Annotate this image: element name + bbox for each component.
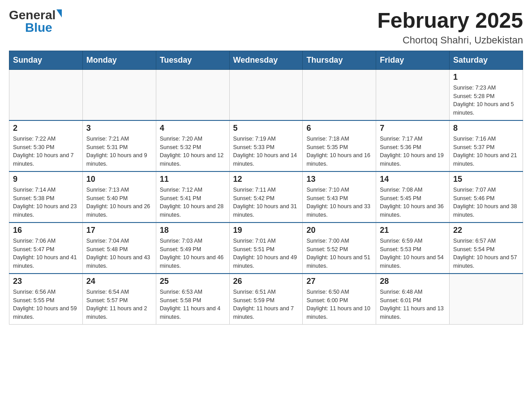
day-sun-info: Sunrise: 6:51 AMSunset: 5:59 PMDaylight:… (233, 288, 299, 321)
day-sun-info: Sunrise: 6:57 AMSunset: 5:54 PMDaylight:… (453, 237, 519, 270)
day-sun-info: Sunrise: 6:54 AMSunset: 5:57 PMDaylight:… (86, 288, 152, 321)
day-number: 17 (86, 226, 152, 235)
calendar-day-cell: 16Sunrise: 7:06 AMSunset: 5:47 PMDayligh… (9, 223, 83, 274)
month-year-title: February 2025 (377, 9, 523, 33)
calendar-day-cell (229, 69, 303, 120)
calendar-week-row: 2Sunrise: 7:22 AMSunset: 5:30 PMDaylight… (9, 120, 523, 171)
day-number: 27 (306, 277, 372, 286)
day-sun-info: Sunrise: 7:20 AMSunset: 5:32 PMDaylight:… (160, 135, 226, 168)
day-number: 8 (453, 124, 519, 133)
day-number: 18 (160, 226, 226, 235)
day-sun-info: Sunrise: 7:14 AMSunset: 5:38 PMDaylight:… (13, 186, 79, 219)
logo-general-text: General (9, 9, 56, 21)
day-sun-info: Sunrise: 7:06 AMSunset: 5:47 PMDaylight:… (13, 237, 79, 270)
calendar-day-cell: 18Sunrise: 7:03 AMSunset: 5:49 PMDayligh… (156, 223, 229, 274)
day-sun-info: Sunrise: 7:19 AMSunset: 5:33 PMDaylight:… (233, 135, 299, 168)
day-sun-info: Sunrise: 7:08 AMSunset: 5:45 PMDaylight:… (380, 186, 446, 219)
day-number: 23 (13, 277, 79, 286)
day-sun-info: Sunrise: 6:59 AMSunset: 5:53 PMDaylight:… (380, 237, 446, 270)
calendar-table: SundayMondayTuesdayWednesdayThursdayFrid… (9, 51, 523, 325)
calendar-week-row: 16Sunrise: 7:06 AMSunset: 5:47 PMDayligh… (9, 223, 523, 274)
day-number: 5 (233, 124, 299, 133)
day-sun-info: Sunrise: 7:17 AMSunset: 5:36 PMDaylight:… (380, 135, 446, 168)
day-number: 24 (86, 277, 152, 286)
calendar-day-cell: 25Sunrise: 6:53 AMSunset: 5:58 PMDayligh… (156, 274, 229, 325)
calendar-day-cell: 24Sunrise: 6:54 AMSunset: 5:57 PMDayligh… (82, 274, 156, 325)
calendar-day-cell (450, 274, 523, 325)
title-block: February 2025 Chortoq Shahri, Uzbekistan (377, 9, 523, 46)
day-number: 12 (233, 175, 299, 184)
weekday-header-friday: Friday (376, 51, 450, 69)
calendar-day-cell (303, 69, 376, 120)
calendar-day-cell (376, 69, 450, 120)
day-number: 20 (306, 226, 372, 235)
weekday-header-monday: Monday (82, 51, 156, 69)
calendar-day-cell: 15Sunrise: 7:07 AMSunset: 5:46 PMDayligh… (450, 171, 523, 223)
weekday-header-saturday: Saturday (450, 51, 523, 69)
day-number: 7 (380, 124, 446, 133)
day-number: 6 (306, 124, 372, 133)
day-number: 9 (13, 175, 79, 184)
calendar-day-cell: 1Sunrise: 7:23 AMSunset: 5:28 PMDaylight… (450, 69, 523, 120)
logo-triangle-icon (56, 9, 62, 17)
day-sun-info: Sunrise: 7:18 AMSunset: 5:35 PMDaylight:… (306, 135, 372, 168)
day-sun-info: Sunrise: 7:07 AMSunset: 5:46 PMDaylight:… (453, 186, 519, 219)
day-sun-info: Sunrise: 6:48 AMSunset: 6:01 PMDaylight:… (380, 288, 446, 321)
calendar-week-row: 9Sunrise: 7:14 AMSunset: 5:38 PMDaylight… (9, 171, 523, 223)
calendar-day-cell: 2Sunrise: 7:22 AMSunset: 5:30 PMDaylight… (9, 120, 83, 171)
calendar-day-cell (82, 69, 156, 120)
calendar-day-cell: 14Sunrise: 7:08 AMSunset: 5:45 PMDayligh… (376, 171, 450, 223)
day-sun-info: Sunrise: 7:11 AMSunset: 5:42 PMDaylight:… (233, 186, 299, 219)
day-number: 14 (380, 175, 446, 184)
calendar-day-cell: 7Sunrise: 7:17 AMSunset: 5:36 PMDaylight… (376, 120, 450, 171)
day-number: 2 (13, 124, 79, 133)
calendar-week-row: 23Sunrise: 6:56 AMSunset: 5:55 PMDayligh… (9, 274, 523, 325)
calendar-day-cell: 23Sunrise: 6:56 AMSunset: 5:55 PMDayligh… (9, 274, 83, 325)
location-subtitle: Chortoq Shahri, Uzbekistan (377, 34, 523, 46)
calendar-day-cell: 9Sunrise: 7:14 AMSunset: 5:38 PMDaylight… (9, 171, 83, 223)
day-sun-info: Sunrise: 7:22 AMSunset: 5:30 PMDaylight:… (13, 135, 79, 168)
day-number: 22 (453, 226, 519, 235)
day-number: 15 (453, 175, 519, 184)
logo-blue-text: Blue (25, 21, 52, 34)
day-sun-info: Sunrise: 7:12 AMSunset: 5:41 PMDaylight:… (160, 186, 226, 219)
calendar-day-cell: 27Sunrise: 6:50 AMSunset: 6:00 PMDayligh… (303, 274, 376, 325)
calendar-day-cell: 28Sunrise: 6:48 AMSunset: 6:01 PMDayligh… (376, 274, 450, 325)
day-sun-info: Sunrise: 7:10 AMSunset: 5:43 PMDaylight:… (306, 186, 372, 219)
day-number: 19 (233, 226, 299, 235)
day-number: 11 (160, 175, 226, 184)
day-sun-info: Sunrise: 6:50 AMSunset: 6:00 PMDaylight:… (306, 288, 372, 321)
day-sun-info: Sunrise: 7:21 AMSunset: 5:31 PMDaylight:… (86, 135, 152, 168)
day-sun-info: Sunrise: 6:56 AMSunset: 5:55 PMDaylight:… (13, 288, 79, 321)
weekday-header-thursday: Thursday (303, 51, 376, 69)
calendar-day-cell: 17Sunrise: 7:04 AMSunset: 5:48 PMDayligh… (82, 223, 156, 274)
calendar-day-cell (156, 69, 229, 120)
day-sun-info: Sunrise: 7:04 AMSunset: 5:48 PMDaylight:… (86, 237, 152, 270)
calendar-day-cell: 20Sunrise: 7:00 AMSunset: 5:52 PMDayligh… (303, 223, 376, 274)
calendar-day-cell: 13Sunrise: 7:10 AMSunset: 5:43 PMDayligh… (303, 171, 376, 223)
day-number: 21 (380, 226, 446, 235)
calendar-day-cell: 11Sunrise: 7:12 AMSunset: 5:41 PMDayligh… (156, 171, 229, 223)
day-number: 13 (306, 175, 372, 184)
calendar-day-cell: 22Sunrise: 6:57 AMSunset: 5:54 PMDayligh… (450, 223, 523, 274)
calendar-day-cell (9, 69, 83, 120)
calendar-day-cell: 19Sunrise: 7:01 AMSunset: 5:51 PMDayligh… (229, 223, 303, 274)
day-sun-info: Sunrise: 7:23 AMSunset: 5:28 PMDaylight:… (453, 84, 519, 117)
calendar-week-row: 1Sunrise: 7:23 AMSunset: 5:28 PMDaylight… (9, 69, 523, 120)
weekday-header-tuesday: Tuesday (156, 51, 229, 69)
calendar-day-cell: 10Sunrise: 7:13 AMSunset: 5:40 PMDayligh… (82, 171, 156, 223)
weekday-header-wednesday: Wednesday (229, 51, 303, 69)
calendar-day-cell: 26Sunrise: 6:51 AMSunset: 5:59 PMDayligh… (229, 274, 303, 325)
calendar-day-cell: 8Sunrise: 7:16 AMSunset: 5:37 PMDaylight… (450, 120, 523, 171)
weekday-header-row: SundayMondayTuesdayWednesdayThursdayFrid… (9, 51, 523, 69)
calendar-day-cell: 5Sunrise: 7:19 AMSunset: 5:33 PMDaylight… (229, 120, 303, 171)
calendar-day-cell: 6Sunrise: 7:18 AMSunset: 5:35 PMDaylight… (303, 120, 376, 171)
day-number: 28 (380, 277, 446, 286)
day-number: 26 (233, 277, 299, 286)
day-number: 25 (160, 277, 226, 286)
day-sun-info: Sunrise: 7:01 AMSunset: 5:51 PMDaylight:… (233, 237, 299, 270)
day-sun-info: Sunrise: 7:16 AMSunset: 5:37 PMDaylight:… (453, 135, 519, 168)
day-number: 1 (453, 73, 519, 82)
calendar-day-cell: 21Sunrise: 6:59 AMSunset: 5:53 PMDayligh… (376, 223, 450, 274)
logo: General Blue (9, 9, 62, 34)
